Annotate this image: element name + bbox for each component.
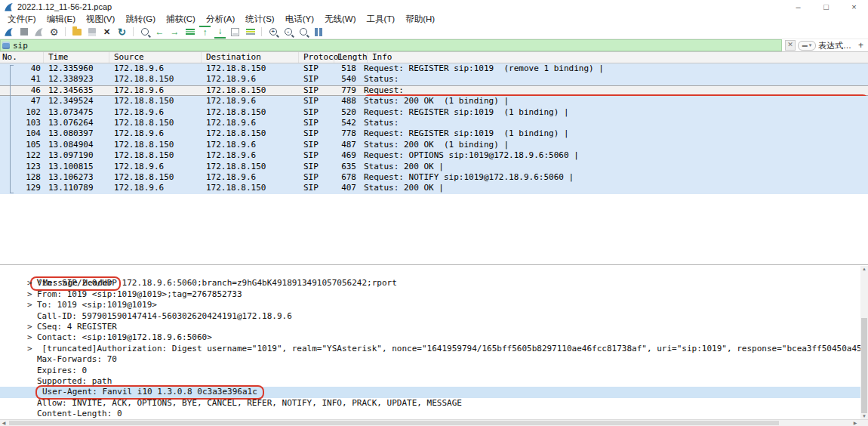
zoom-in-icon[interactable]: + [267, 26, 279, 38]
resize-columns-icon[interactable] [312, 26, 324, 38]
table-row-103[interactable]: 10313.076264172.18.8.150172.18.9.6SIP542… [0, 118, 868, 128]
table-row-40[interactable]: 4012.335960172.18.9.6172.18.8.150SIP518R… [0, 63, 868, 74]
open-file-icon[interactable] [71, 26, 82, 38]
close-button[interactable]: × [840, 0, 868, 14]
details-vertical-scrollbar[interactable]: ▲ ▼ [860, 266, 868, 420]
cell-info: Request: REGISTER sip:1019 (remove 1 bin… [359, 85, 868, 96]
menu-file[interactable]: 文件(F) [2, 14, 42, 25]
menu-tools[interactable]: 工具(T) [362, 14, 401, 25]
detail-line-to[interactable]: >To: 1019 <sip:1019@1019> [0, 300, 868, 310]
expander-icon[interactable]: > [27, 322, 37, 332]
menu-wireless[interactable]: 无线(W) [319, 14, 362, 25]
table-row-104[interactable]: 10413.080397172.18.9.6172.18.8.150SIP778… [0, 128, 868, 139]
detail-line-allow[interactable]: Allow: INVITE, ACK, OPTIONS, BYE, CANCEL… [0, 398, 868, 409]
save-file-icon[interactable] [86, 26, 97, 38]
find-packet-icon[interactable] [139, 26, 150, 38]
start-capture-icon[interactable] [3, 26, 14, 38]
column-header-protocol[interactable]: Protocol [299, 52, 334, 63]
table-row-41[interactable]: 4112.338923172.18.8.150172.18.9.6SIP540S… [0, 74, 868, 85]
menu-go[interactable]: 跳转(G) [120, 14, 161, 25]
expander-open-icon[interactable]: > [32, 279, 43, 289]
detail-line-content-length[interactable]: Content-Length: 0 [0, 409, 868, 419]
column-header-destination[interactable]: Destination [202, 52, 299, 63]
cell-info: Request: REGISTER sip:1019 (1 binding) | [359, 128, 868, 139]
auto-scroll-icon[interactable] [229, 26, 241, 38]
table-row-47[interactable]: 4712.349524172.18.8.150172.18.9.6SIP488S… [0, 96, 868, 106]
cell-source: 172.18.8.150 [109, 172, 202, 183]
detail-line-max-forwards[interactable]: Max-Forwards: 70 [0, 354, 868, 365]
vertical-scroll-thumb[interactable] [861, 318, 867, 413]
column-header-no[interactable]: No. [0, 52, 44, 63]
minimize-button[interactable]: – [784, 0, 812, 14]
packet-details-pane: >Message Header >Via: SIP/2.0/UDP 172.18… [0, 264, 868, 420]
menu-statistics[interactable]: 统计(S) [240, 14, 279, 25]
zoom-reset-icon[interactable] [297, 26, 309, 38]
display-filter-input[interactable]: sip [0, 39, 782, 51]
go-to-packet-icon[interactable] [184, 26, 195, 38]
table-row-128[interactable]: 12813.106273172.18.8.150172.18.9.6SIP678… [0, 172, 868, 183]
menu-help[interactable]: 帮助(H) [400, 14, 440, 25]
stop-capture-icon[interactable] [18, 26, 29, 38]
expander-icon[interactable]: > [27, 332, 37, 343]
column-header-source[interactable]: Source [109, 52, 202, 63]
colorize-icon[interactable] [245, 26, 256, 38]
detail-line-expires[interactable]: Expires: 0 [0, 366, 868, 376]
cell-destination: 172.18.9.6 [202, 172, 299, 183]
scroll-left-icon[interactable]: ◀ [0, 420, 8, 426]
go-back-icon[interactable]: ← [154, 26, 165, 38]
cell-length: 487 [334, 140, 359, 150]
menu-telephony[interactable]: 电话(Y) [280, 14, 319, 25]
cell-time: 12.335960 [44, 63, 109, 74]
horizontal-scrollbar[interactable]: ◀ ▶ [0, 419, 868, 426]
go-forward-icon[interactable]: → [169, 26, 180, 38]
capture-options-icon[interactable]: ⚙ [48, 26, 60, 38]
menu-analyze[interactable]: 分析(A) [201, 14, 240, 25]
table-row-46-selected[interactable]: 4612.345635172.18.9.6172.18.8.150SIP779R… [0, 85, 868, 96]
zoom-out-icon[interactable]: - [282, 26, 294, 38]
table-row-123[interactable]: 12313.100815172.18.9.6172.18.8.150SIP635… [0, 162, 868, 172]
go-to-bottom-icon[interactable]: ↓ [214, 26, 226, 39]
cell-destination: 172.18.8.150 [202, 162, 299, 172]
menu-edit[interactable]: 编辑(E) [42, 14, 81, 25]
detail-line-user-agent-selected[interactable]: User-Agent: Fanvil i10 1.3.0.8 0c3a3e396… [0, 387, 868, 397]
menu-view[interactable]: 视图(V) [81, 14, 120, 25]
packet-list-pane: 4012.335960172.18.9.6172.18.8.150SIP518R… [0, 63, 868, 267]
expression-button[interactable]: 表达式… [818, 40, 851, 51]
reload-file-icon[interactable]: ↻ [116, 26, 128, 38]
close-file-icon[interactable]: ✕ [101, 26, 112, 38]
detail-root-message-header[interactable]: >Message Header [0, 267, 868, 278]
detail-line-cseq[interactable]: >CSeq: 4 REGISTER [0, 322, 868, 332]
filter-clear-icon[interactable]: ✕ [785, 40, 796, 51]
cell-protocol: SIP [299, 118, 334, 128]
cell-info: Status: 200 OK | [359, 162, 868, 172]
scroll-up-icon[interactable]: ▲ [860, 266, 868, 273]
maximize-button[interactable]: □ [812, 0, 840, 14]
detail-line-contact[interactable]: >Contact: <sip:1019@172.18.9.6:5060> [0, 332, 868, 343]
table-row-105[interactable]: 10513.084904172.18.8.150172.18.9.6SIP487… [0, 140, 868, 150]
column-header-info[interactable]: Info [368, 52, 868, 63]
detail-line-via[interactable]: >Via: SIP/2.0/UDP 172.18.9.6:5060;branch… [0, 278, 868, 289]
cell-destination: 172.18.8.150 [202, 63, 299, 74]
restart-capture-icon[interactable] [33, 26, 45, 38]
column-header-length[interactable]: Length [334, 52, 368, 63]
detail-line-call-id[interactable]: Call-ID: 597901590147414-560302620424191… [0, 311, 868, 322]
go-to-top-icon[interactable]: ↑ [199, 26, 211, 39]
column-header-time[interactable]: Time [44, 52, 109, 63]
expander-icon[interactable]: > [27, 289, 37, 300]
filter-apply-dropdown[interactable]: ▬ ▾ [798, 41, 816, 51]
expander-icon[interactable]: > [27, 300, 37, 310]
expander-icon[interactable]: > [27, 344, 37, 354]
filter-add-button[interactable]: + [854, 40, 863, 51]
detail-line-supported[interactable]: Supported: path [0, 376, 868, 387]
horizontal-scroll-thumb[interactable] [9, 421, 779, 425]
cell-source: 172.18.9.6 [109, 107, 202, 118]
menu-capture[interactable]: 捕获(C) [161, 14, 201, 25]
detail-line-authorization[interactable]: > [truncated]Authorization: Digest usern… [0, 344, 868, 354]
filter-bookmark-icon[interactable] [2, 42, 10, 49]
table-row-102[interactable]: 10213.073475172.18.9.6172.18.8.150SIP520… [0, 107, 868, 118]
scroll-right-icon[interactable]: ▶ [851, 420, 859, 426]
table-row-122[interactable]: 12213.097190172.18.8.150172.18.9.6SIP469… [0, 150, 868, 161]
cell-no: 47 [0, 96, 44, 106]
table-row-129[interactable]: 12913.110789172.18.9.6172.18.8.150SIP407… [0, 183, 868, 193]
detail-line-from[interactable]: >From: 1019 <sip:1019@1019>;tag=27678527… [0, 289, 868, 300]
